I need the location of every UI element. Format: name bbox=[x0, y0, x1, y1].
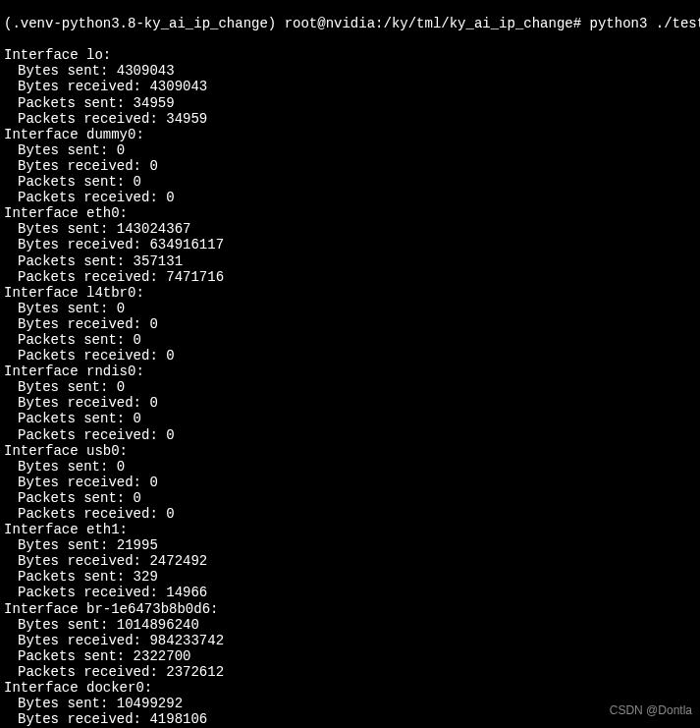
interface-header: Interface eth0: bbox=[4, 205, 696, 221]
bytes-sent: Bytes sent: 0 bbox=[4, 459, 696, 475]
interface-header: Interface usb0: bbox=[4, 443, 696, 459]
bytes-sent: Bytes sent: 0 bbox=[4, 379, 696, 395]
packets-sent: Packets sent: 0 bbox=[4, 174, 696, 190]
packets-sent: Packets sent: 0 bbox=[4, 332, 696, 348]
packets-sent: Packets sent: 34959 bbox=[4, 95, 696, 111]
bytes-sent: Bytes sent: 4309043 bbox=[4, 63, 696, 79]
bytes-sent: Bytes sent: 143024367 bbox=[4, 221, 696, 237]
interface-header: Interface lo: bbox=[4, 47, 696, 63]
working-path: :/ky/tml/ky_ai_ip_change# bbox=[375, 16, 581, 31]
packets-received: Packets received: 2372612 bbox=[4, 664, 696, 680]
bytes-received: Bytes received: 984233742 bbox=[4, 633, 696, 648]
bytes-received: Bytes received: 0 bbox=[4, 158, 696, 174]
bytes-sent: Bytes sent: 21995 bbox=[4, 537, 696, 553]
interface-header: Interface docker0: bbox=[4, 680, 696, 696]
packets-received: Packets received: 0 bbox=[4, 506, 696, 522]
watermark: CSDN @Dontla bbox=[610, 704, 692, 718]
packets-sent: Packets sent: 357131 bbox=[4, 253, 696, 269]
command-text: python3 ./test.py bbox=[590, 16, 700, 31]
packets-received: Packets received: 0 bbox=[4, 190, 696, 205]
packets-sent: Packets sent: 329 bbox=[4, 569, 696, 585]
command-output: Interface lo:Bytes sent: 4309043Bytes re… bbox=[4, 47, 696, 728]
bytes-received: Bytes received: 2472492 bbox=[4, 553, 696, 569]
interface-header: Interface l4tbr0: bbox=[4, 285, 696, 301]
venv-name: (.venv-python3.8-ky_ai_ip_change) bbox=[4, 16, 276, 31]
bytes-sent: Bytes sent: 1014896240 bbox=[4, 617, 696, 633]
packets-received: Packets received: 7471716 bbox=[4, 269, 696, 285]
packets-sent: Packets sent: 2322700 bbox=[4, 648, 696, 664]
interface-header: Interface br-1e6473b8b0d6: bbox=[4, 601, 696, 617]
interface-header: Interface eth1: bbox=[4, 522, 696, 537]
packets-sent: Packets sent: 0 bbox=[4, 490, 696, 506]
bytes-received: Bytes received: 0 bbox=[4, 475, 696, 490]
bytes-received: Bytes received: 4198106 bbox=[4, 711, 696, 727]
packets-received: Packets received: 0 bbox=[4, 427, 696, 443]
bytes-sent: Bytes sent: 0 bbox=[4, 301, 696, 316]
terminal-output[interactable]: (.venv-python3.8-ky_ai_ip_change) root@n… bbox=[0, 0, 700, 728]
packets-received: Packets received: 34959 bbox=[4, 111, 696, 127]
user-host: root@nvidia bbox=[285, 16, 375, 31]
interface-header: Interface rndis0: bbox=[4, 364, 696, 379]
bytes-received: Bytes received: 0 bbox=[4, 316, 696, 332]
packets-received: Packets received: 0 bbox=[4, 348, 696, 364]
bytes-sent: Bytes sent: 10499292 bbox=[4, 696, 696, 711]
prompt-line: (.venv-python3.8-ky_ai_ip_change) root@n… bbox=[4, 16, 696, 31]
packets-received: Packets received: 14966 bbox=[4, 585, 696, 600]
bytes-received: Bytes received: 634916117 bbox=[4, 237, 696, 252]
bytes-received: Bytes received: 4309043 bbox=[4, 79, 696, 94]
bytes-received: Bytes received: 0 bbox=[4, 395, 696, 411]
interface-header: Interface dummy0: bbox=[4, 127, 696, 142]
packets-sent: Packets sent: 0 bbox=[4, 411, 696, 426]
bytes-sent: Bytes sent: 0 bbox=[4, 142, 696, 158]
